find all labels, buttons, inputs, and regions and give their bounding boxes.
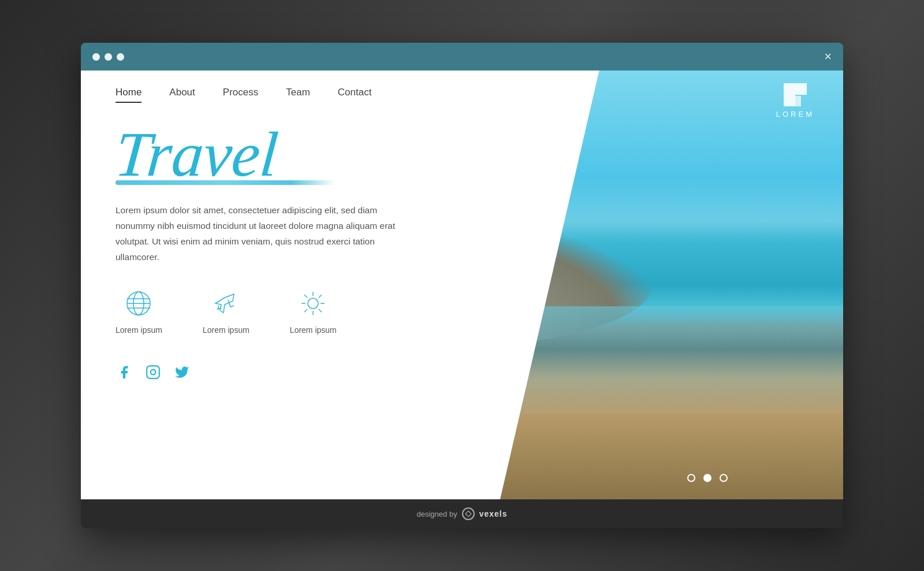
facebook-icon[interactable] <box>116 364 133 381</box>
nav-contact[interactable]: Contact <box>338 87 372 101</box>
instagram-icon[interactable] <box>144 364 162 381</box>
feature-globe: Lorem ipsum <box>116 288 162 335</box>
nav-process[interactable]: Process <box>223 87 258 101</box>
svg-rect-0 <box>784 83 795 106</box>
feature-plane-label: Lorem ipsum <box>203 325 249 335</box>
browser-dots <box>92 53 124 61</box>
svg-line-15 <box>319 295 322 298</box>
dot-3 <box>117 53 124 61</box>
slider-dot-2[interactable] <box>703 474 711 482</box>
travel-underline <box>116 180 335 185</box>
svg-line-16 <box>304 309 307 312</box>
svg-rect-1 <box>795 83 807 95</box>
slider-dot-3[interactable] <box>720 474 728 482</box>
feature-plane: Lorem ipsum <box>203 288 249 335</box>
dot-1 <box>92 53 100 61</box>
footer-brand: vexels <box>479 509 508 518</box>
browser-content: Home About Process Team Contact LOREM Tr… <box>81 71 843 499</box>
globe-icon <box>124 288 154 318</box>
twitter-icon[interactable] <box>173 364 191 381</box>
logo-area: LOREM <box>776 82 814 118</box>
nav-bar: Home About Process Team Contact <box>81 71 843 101</box>
feature-globe-label: Lorem ipsum <box>116 325 162 335</box>
plane-icon <box>211 288 241 318</box>
slider-dot-1[interactable] <box>687 474 695 482</box>
nav-about[interactable]: About <box>169 87 195 101</box>
logo-label: LOREM <box>776 110 814 118</box>
close-button[interactable]: × <box>824 49 832 64</box>
nav-links: Home About Process Team Contact <box>116 87 371 101</box>
social-row <box>116 364 450 381</box>
feature-sun: Lorem ipsum <box>290 288 337 335</box>
svg-rect-17 <box>147 366 159 379</box>
feature-sun-label: Lorem ipsum <box>290 325 337 335</box>
nav-team[interactable]: Team <box>286 87 310 101</box>
footer-bar: designed by vexels <box>81 499 843 528</box>
browser-titlebar: × <box>81 43 843 71</box>
browser-window: × Home About Process Team Contact <box>81 43 843 528</box>
svg-line-13 <box>304 295 307 298</box>
sun-icon <box>298 288 328 318</box>
slider-dots <box>687 474 728 482</box>
svg-point-8 <box>308 298 318 309</box>
dot-2 <box>105 53 112 61</box>
svg-line-14 <box>319 309 322 312</box>
svg-rect-2 <box>795 96 801 106</box>
logo-icon <box>783 82 808 107</box>
travel-heading: Travel <box>113 123 281 186</box>
description-text: Lorem ipsum dolor sit amet, consectetuer… <box>116 202 410 265</box>
footer-designed-by: designed by <box>417 510 457 518</box>
nav-home[interactable]: Home <box>116 87 141 101</box>
features-row: Lorem ipsum Lorem ipsum <box>116 288 450 335</box>
main-content: Travel Lorem ipsum dolor sit amet, conse… <box>116 123 450 381</box>
footer-logo-icon <box>462 507 475 520</box>
